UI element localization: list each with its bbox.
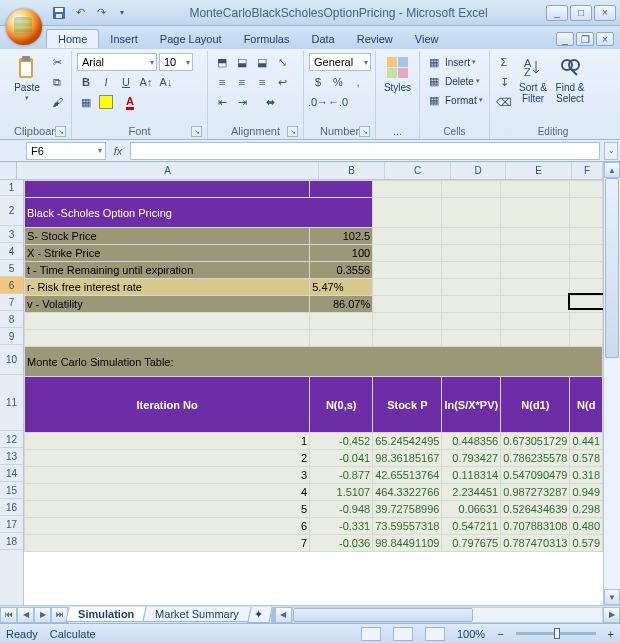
wrap-text-button[interactable]: ↩ [273, 73, 291, 91]
cell[interactable]: 5.47% [310, 279, 373, 296]
cell[interactable] [373, 313, 442, 330]
cell[interactable]: 7 [25, 535, 310, 552]
row-header[interactable]: 2 [0, 196, 23, 226]
cell[interactable]: 2.234451 [442, 484, 501, 501]
row-header[interactable]: 9 [0, 328, 23, 345]
cell[interactable] [442, 245, 501, 262]
cell[interactable]: 42.65513764 [373, 467, 442, 484]
paste-button[interactable]: Paste ▾ [9, 53, 45, 102]
alignment-launcher[interactable]: ↘ [287, 126, 298, 137]
cell[interactable] [442, 262, 501, 279]
cell[interactable] [570, 198, 603, 228]
qat-more-icon[interactable]: ▾ [113, 4, 131, 22]
autosum-button[interactable]: Σ [495, 53, 513, 71]
row-header[interactable]: 13 [0, 448, 23, 465]
cell[interactable] [373, 228, 442, 245]
column-header[interactable]: F [572, 162, 603, 179]
row-header[interactable]: 18 [0, 533, 23, 550]
comma-button[interactable]: , [349, 73, 367, 91]
cell[interactable]: v - Volatility [25, 296, 310, 313]
cell[interactable] [373, 181, 442, 198]
formula-expand-button[interactable]: ⌄ [604, 142, 618, 160]
sheet-tab-market-summary[interactable]: Market Summary [143, 607, 252, 622]
cell[interactable] [25, 181, 310, 198]
cell[interactable]: -0.041 [310, 450, 373, 467]
decrease-decimal-button[interactable]: ←.0 [329, 93, 347, 111]
row-header[interactable]: 4 [0, 243, 23, 260]
row-header[interactable]: 7 [0, 294, 23, 311]
new-sheet-button[interactable]: ✦ [247, 607, 272, 623]
cell[interactable]: 65.24542495 [373, 433, 442, 450]
cell[interactable]: 0.06631 [442, 501, 501, 518]
cell[interactable]: 86.07% [310, 296, 373, 313]
cell[interactable]: 0.318 [570, 467, 603, 484]
fx-icon[interactable]: fx [106, 145, 130, 157]
cell[interactable]: ln(S/X*PV) [442, 377, 501, 433]
doc-restore-button[interactable]: ❐ [576, 32, 594, 46]
grow-font-button[interactable]: A↑ [137, 73, 155, 91]
cell[interactable]: 0.987273287 [501, 484, 570, 501]
row-header[interactable]: 17 [0, 516, 23, 533]
cell[interactable] [25, 330, 310, 347]
currency-button[interactable]: $ [309, 73, 327, 91]
row-header[interactable]: 5 [0, 260, 23, 277]
format-cells-button[interactable]: Format [445, 95, 477, 106]
align-top-button[interactable]: ⬒ [213, 53, 231, 71]
cell[interactable]: -0.036 [310, 535, 373, 552]
sheet-nav-next[interactable]: ▶ [34, 607, 51, 623]
sort-filter-button[interactable]: AZ Sort & Filter [516, 53, 550, 104]
vertical-scrollbar[interactable]: ▲ ▼ [603, 162, 620, 605]
merge-center-button[interactable]: ⬌ [253, 93, 287, 111]
tab-formulas[interactable]: Formulas [233, 30, 301, 48]
cell[interactable]: 0.547211 [442, 518, 501, 535]
zoom-slider[interactable] [516, 632, 596, 635]
tab-data[interactable]: Data [300, 30, 345, 48]
save-icon[interactable] [50, 4, 68, 22]
zoom-out-button[interactable]: − [497, 628, 503, 640]
clipboard-launcher[interactable]: ↘ [55, 126, 66, 137]
sheet-tab-simulation[interactable]: Simulation [65, 607, 146, 622]
redo-icon[interactable]: ↷ [92, 4, 110, 22]
align-left-button[interactable]: ≡ [213, 73, 231, 91]
cell[interactable]: N(d1) [501, 377, 570, 433]
cell[interactable]: -0.452 [310, 433, 373, 450]
cell[interactable] [570, 296, 603, 313]
column-header[interactable]: A [17, 162, 319, 179]
tab-page-layout[interactable]: Page Layout [149, 30, 233, 48]
underline-button[interactable]: U [117, 73, 135, 91]
number-launcher[interactable]: ↘ [359, 126, 370, 137]
cell[interactable]: 0.707883108 [501, 518, 570, 535]
cell[interactable] [501, 228, 570, 245]
cell[interactable]: 0.786235578 [501, 450, 570, 467]
cell[interactable] [373, 245, 442, 262]
column-header[interactable]: D [451, 162, 506, 179]
spreadsheet-grid[interactable]: Black -Scholes Option PricingS- Stock Pr… [24, 180, 603, 605]
sheet-nav-first[interactable]: ⏮ [0, 607, 17, 623]
insert-cells-button[interactable]: Insert [445, 57, 470, 68]
zoom-slider-thumb[interactable] [554, 628, 560, 639]
horizontal-scrollbar[interactable] [292, 607, 603, 623]
find-select-button[interactable]: Find & Select [553, 53, 587, 104]
cell[interactable]: S- Stock Price [25, 228, 310, 245]
maximize-button[interactable]: □ [570, 5, 592, 21]
cell[interactable]: -0.877 [310, 467, 373, 484]
cell[interactable]: 0.579 [570, 535, 603, 552]
undo-icon[interactable]: ↶ [71, 4, 89, 22]
delete-cells-icon[interactable]: ▦ [425, 72, 443, 90]
cell[interactable] [373, 262, 442, 279]
clear-button[interactable]: ⌫ [495, 93, 513, 111]
row-header[interactable]: 10 [0, 345, 23, 375]
cell[interactable]: Black -Scholes Option Pricing [25, 198, 373, 228]
formula-bar[interactable] [130, 142, 600, 160]
cell[interactable] [570, 313, 603, 330]
cell[interactable] [442, 279, 501, 296]
font-launcher[interactable]: ↘ [191, 126, 202, 137]
cell[interactable]: N(0,s) [310, 377, 373, 433]
scroll-left-button[interactable]: ◀ [275, 607, 292, 623]
cell[interactable]: 0.673051729 [501, 433, 570, 450]
cell[interactable] [501, 181, 570, 198]
tab-insert[interactable]: Insert [99, 30, 149, 48]
cell[interactable]: 0.441 [570, 433, 603, 450]
view-page-layout-button[interactable] [393, 627, 413, 641]
format-painter-button[interactable]: 🖌 [48, 93, 66, 111]
